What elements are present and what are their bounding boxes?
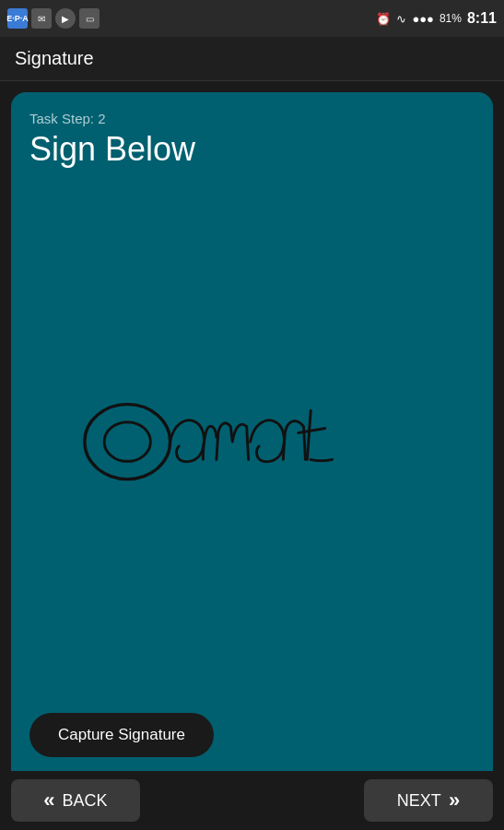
signature-svg [29, 180, 475, 704]
status-bar-left: E·P·A ✉ ▶ ▭ [7, 8, 100, 29]
next-button[interactable]: NEXT » [364, 779, 493, 822]
phone-icon: ▭ [79, 8, 100, 29]
app-icon: E·P·A [7, 8, 28, 29]
sign-below-title: Sign Below [29, 130, 475, 169]
battery-indicator: 81% [440, 12, 462, 25]
capture-signature-button[interactable]: Capture Signature [29, 713, 214, 757]
svg-point-1 [104, 422, 150, 462]
battery-percent: 81% [440, 12, 462, 25]
page-title: Signature [15, 48, 94, 69]
time-display: 8:11 [467, 10, 497, 27]
title-bar: Signature [0, 37, 504, 81]
nav-bar: « BACK NEXT » [0, 771, 504, 830]
alarm-icon: ⏰ [376, 12, 391, 26]
signal-icon: ●●● [412, 12, 434, 26]
next-label: NEXT [397, 791, 441, 811]
svg-point-0 [85, 404, 170, 479]
main-content: Task Step: 2 Sign Below [0, 81, 504, 830]
wifi-icon: ∿ [396, 12, 406, 26]
signature-drawing-area[interactable] [29, 180, 475, 704]
email-icon: ✉ [31, 8, 52, 29]
signature-card: Task Step: 2 Sign Below [11, 92, 493, 819]
person-icon: ▶ [55, 8, 76, 29]
task-step-label: Task Step: 2 [29, 111, 475, 126]
status-bar-right: ⏰ ∿ ●●● 81% 8:11 [376, 10, 497, 27]
next-arrow-icon: » [449, 788, 460, 812]
status-bar: E·P·A ✉ ▶ ▭ ⏰ ∿ ●●● 81% 8:11 [0, 0, 504, 37]
back-label: BACK [63, 791, 108, 811]
back-button[interactable]: « BACK [11, 779, 140, 822]
back-arrow-icon: « [43, 788, 54, 812]
